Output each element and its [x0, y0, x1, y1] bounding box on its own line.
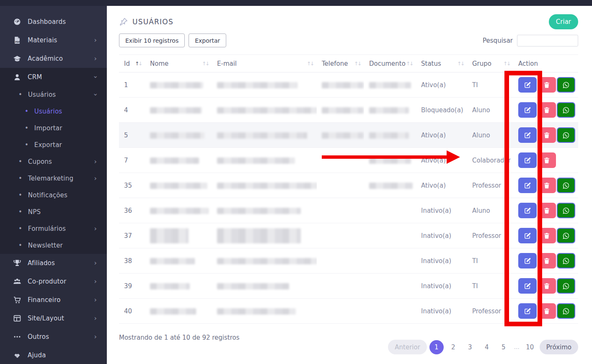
bullet-icon: • [18, 242, 22, 249]
whatsapp-icon [562, 182, 570, 189]
column-header-e-mail[interactable]: E-mail↑↓ [212, 55, 317, 72]
pagination-page-4[interactable]: 4 [480, 340, 494, 354]
delete-button[interactable] [538, 127, 556, 143]
edit-button[interactable] [518, 203, 537, 218]
sidebar-item-exportar[interactable]: •Exportar [0, 137, 107, 153]
cell-email [212, 72, 317, 98]
cell-actions [513, 72, 578, 98]
column-header-status[interactable]: Status↑↓ [416, 55, 467, 72]
sidebar-item-label: Importar [34, 124, 62, 132]
sidebar-item-site-layout[interactable]: Site/Layout› [0, 309, 107, 328]
redacted-text [150, 132, 204, 139]
whatsapp-button[interactable] [557, 228, 575, 243]
whatsapp-button[interactable] [557, 127, 575, 143]
redacted-text [369, 132, 409, 139]
sidebar-item-academico[interactable]: Acadêmico› [0, 49, 107, 68]
edit-button[interactable] [518, 178, 537, 193]
column-header-nome[interactable]: Nome↑↓ [145, 55, 212, 72]
sidebar-item-formularios[interactable]: •Formulários› [0, 220, 107, 237]
pagination-next-button[interactable]: Próximo [540, 340, 578, 354]
redacted-text [217, 183, 317, 189]
edit-icon [524, 282, 531, 290]
sidebar-item-materiais[interactable]: PDFMateriais› [0, 31, 107, 49]
pagination-previous-button[interactable]: Anterior [388, 340, 427, 354]
pagination-page-5[interactable]: 5 [496, 340, 511, 354]
sidebar-item-nps[interactable]: •NPS [0, 204, 107, 220]
chevron-right-icon: › [94, 158, 97, 165]
whatsapp-button[interactable] [557, 178, 575, 193]
sidebar-item-crm[interactable]: CRM› [0, 68, 107, 86]
sidebar-item-co-produtor[interactable]: Co-produtor› [0, 272, 107, 291]
cell-documento [364, 148, 416, 173]
column-header-id[interactable]: Id↑↓ [119, 55, 145, 72]
export-button[interactable]: Exportar [189, 34, 226, 47]
top-navbar [0, 0, 592, 6]
edit-button[interactable] [518, 253, 537, 268]
whatsapp-button[interactable] [557, 77, 575, 93]
edit-button[interactable] [518, 77, 537, 93]
pagination-page-10[interactable]: 10 [523, 340, 537, 354]
delete-button[interactable] [538, 203, 556, 218]
sidebar-item-financeiro[interactable]: Financeiro› [0, 291, 107, 309]
create-button[interactable]: Criar [549, 14, 578, 29]
pagination-page-2[interactable]: 2 [446, 340, 460, 354]
whatsapp-button[interactable] [557, 303, 575, 319]
edit-icon [524, 81, 531, 89]
cell-documento [364, 198, 416, 223]
users-icon [13, 277, 22, 286]
sidebar-item-cupons[interactable]: •Cupons› [0, 153, 107, 170]
search-input[interactable] [517, 35, 578, 46]
sidebar: DashboardsPDFMateriais›Acadêmico›CRM›•Us… [0, 6, 107, 364]
cell-grupo: TI [467, 274, 513, 299]
edit-button[interactable] [518, 152, 537, 168]
cell-grupo: Professor [467, 299, 513, 324]
sidebar-item-dashboards[interactable]: Dashboards [0, 13, 107, 31]
sidebar-item-outros[interactable]: Outros› [0, 328, 107, 346]
whatsapp-button[interactable] [557, 102, 575, 118]
whatsapp-button[interactable] [557, 253, 575, 268]
sidebar-item-usuarios[interactable]: •Usuários› [0, 86, 107, 103]
whatsapp-button[interactable] [557, 278, 575, 294]
trash-icon [543, 157, 551, 164]
delete-button[interactable] [538, 303, 556, 319]
redacted-text [150, 258, 195, 264]
edit-button[interactable] [518, 127, 537, 143]
edit-icon [524, 307, 531, 315]
column-header-telefone[interactable]: Telefone↑↓ [317, 55, 364, 72]
sidebar-item-notificacoes[interactable]: •Notificações [0, 187, 107, 204]
sidebar-item-label: Telemarketing [28, 175, 73, 182]
whatsapp-button[interactable] [557, 203, 575, 218]
sidebar-item-label: CRM [28, 73, 42, 81]
column-header-grupo[interactable]: Grupo↑↓ [467, 55, 513, 72]
sidebar-item-newsletter[interactable]: •Newsletter [0, 237, 107, 254]
delete-button[interactable] [538, 253, 556, 268]
sidebar-item-telemarketing[interactable]: •Telemarketing› [0, 170, 107, 187]
delete-button[interactable] [538, 178, 556, 193]
sidebar-item-usuarios-lista[interactable]: •Usuários [0, 103, 107, 120]
sidebar-item-afiliados[interactable]: Afiliados› [0, 254, 107, 272]
edit-button[interactable] [518, 303, 537, 319]
sidebar-item-ajuda[interactable]: Ajuda [0, 346, 107, 364]
table-row: 35Ativo(a)Professor [119, 173, 578, 198]
delete-button[interactable] [538, 152, 556, 168]
bullet-icon: • [18, 175, 22, 182]
sidebar-item-importar[interactable]: •Importar [0, 120, 107, 137]
delete-button[interactable] [538, 102, 556, 118]
delete-button[interactable] [538, 228, 556, 243]
pagination-page-3[interactable]: 3 [463, 340, 477, 354]
trash-icon [543, 307, 551, 315]
cell-documento [364, 274, 416, 299]
table-body: 1Ativo(a)TI4Bloqueado(a)Aluno5Ativo(a)Al… [119, 72, 578, 324]
records-summary: Mostrando de 1 até 10 de 92 registros [119, 334, 240, 341]
show-records-button[interactable]: Exibir 10 registros [119, 34, 185, 47]
table-row: 36Inativo(a)Aluno [119, 198, 578, 223]
redacted-text [150, 82, 203, 88]
edit-button[interactable] [518, 102, 537, 118]
edit-button[interactable] [518, 228, 537, 243]
pagination-page-1[interactable]: 1 [429, 340, 444, 354]
delete-button[interactable] [538, 278, 556, 294]
delete-button[interactable] [538, 77, 556, 93]
pdf-icon: PDF [13, 36, 22, 45]
edit-button[interactable] [518, 278, 537, 294]
column-header-documento[interactable]: Documento↑↓ [364, 55, 416, 72]
